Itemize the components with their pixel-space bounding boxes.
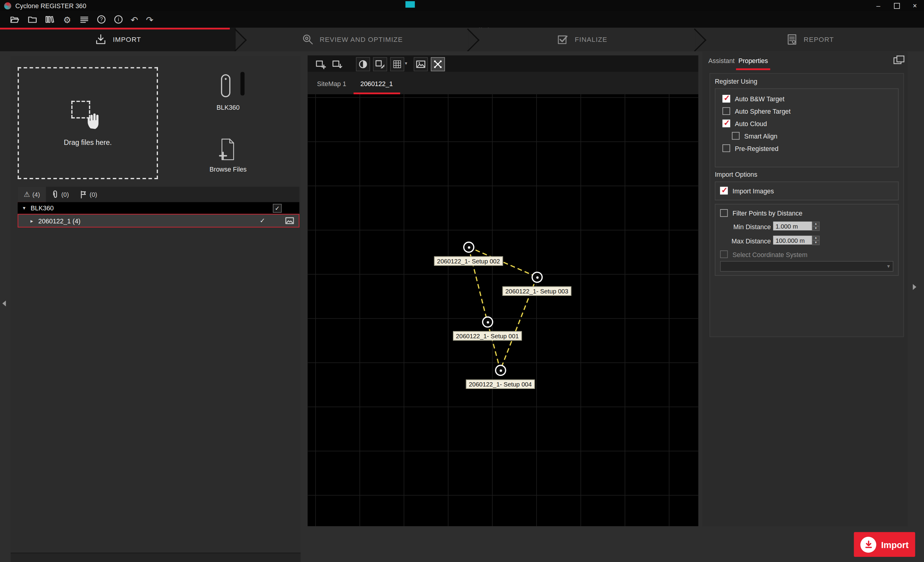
browse-files-label[interactable]: Browse Files: [199, 165, 257, 172]
max-distance-stepper[interactable]: ▴ ▾: [812, 236, 820, 245]
maximize-button[interactable]: [887, 0, 906, 11]
tree-child-check-icon[interactable]: ✓: [260, 217, 265, 224]
filter-points-checkbox[interactable]: [720, 209, 728, 217]
register-option-checkbox[interactable]: [722, 120, 730, 127]
add-sitemap-icon[interactable]: [314, 57, 328, 72]
import-button-label: Import: [881, 540, 909, 550]
register-option-row[interactable]: Auto B&W Target: [716, 93, 898, 105]
setup-point[interactable]: [482, 316, 493, 328]
min-distance-stepper[interactable]: ▴ ▾: [812, 222, 820, 231]
device-list-scrollbar[interactable]: [240, 72, 244, 96]
stage-finalize-label: FINALIZE: [575, 36, 607, 43]
right-panel-collapse-arrow[interactable]: [913, 284, 916, 290]
adjust-levels-icon[interactable]: [356, 57, 370, 72]
tree-root-checkbox[interactable]: ✓: [273, 204, 282, 213]
sitemap-canvas[interactable]: 2060122_1- Setup 0022060122_1- Setup 003…: [308, 94, 699, 526]
import-panel-footer: [10, 553, 300, 562]
import-images-checkbox[interactable]: [720, 187, 728, 194]
svg-text:i: i: [118, 16, 119, 22]
setup-point[interactable]: [531, 271, 543, 283]
import-sitemap-icon[interactable]: [330, 57, 344, 72]
library-icon[interactable]: [44, 14, 55, 25]
tab-2060122-1[interactable]: 2060122_1: [353, 75, 400, 94]
help-icon[interactable]: ?: [96, 14, 107, 25]
close-button[interactable]: ×: [906, 0, 924, 11]
setup-label[interactable]: 2060122_1- Setup 004: [466, 379, 535, 389]
import-images-box: Import Images: [715, 181, 898, 200]
flags-count: (0): [90, 191, 97, 198]
photo-icon[interactable]: [285, 217, 294, 224]
open-folder-icon[interactable]: [9, 14, 20, 25]
register-option-checkbox[interactable]: [722, 95, 730, 102]
register-option-checkbox[interactable]: [722, 144, 730, 152]
tab-flags[interactable]: (0): [74, 187, 102, 202]
window-controls: – ×: [869, 0, 924, 11]
image-icon[interactable]: [414, 57, 428, 72]
tab-attachments[interactable]: (0): [46, 187, 74, 202]
auto-link-icon[interactable]: [431, 57, 445, 72]
svg-text:?: ?: [100, 16, 103, 22]
stage-report[interactable]: REPORT: [695, 28, 924, 51]
stepper-down-icon[interactable]: ▾: [812, 240, 820, 245]
register-option-row[interactable]: Pre-Registered: [716, 142, 898, 154]
stage-import[interactable]: IMPORT: [0, 28, 236, 51]
setup-label[interactable]: 2060122_1- Setup 003: [502, 286, 571, 296]
tab-sitemap-1[interactable]: SiteMap 1: [310, 75, 353, 94]
filter-points-row[interactable]: Filter Points by Distance: [716, 207, 898, 219]
setup-point[interactable]: [463, 241, 474, 253]
tree-child-row-selected[interactable]: ▸ 2060122_1 (4) ✓: [18, 214, 299, 228]
browse-files-icon[interactable]: [218, 137, 238, 162]
setup-label[interactable]: 2060122_1- Setup 002: [434, 256, 503, 266]
redo-icon[interactable]: ↷: [144, 14, 155, 25]
import-images-label: Import Images: [732, 187, 774, 194]
max-distance-field[interactable]: 100.000 m: [773, 236, 812, 244]
coordinate-system-checkbox[interactable]: [720, 250, 728, 258]
properties-panel: Assistant Properties Register Using Auto…: [702, 52, 908, 526]
setup-point[interactable]: [495, 365, 506, 376]
folder-icon[interactable]: [27, 14, 38, 25]
blk360-device-icon[interactable]: [219, 73, 233, 99]
grid-icon[interactable]: [390, 57, 404, 72]
import-button[interactable]: Import: [854, 532, 915, 557]
stage-finalize[interactable]: FINALIZE: [468, 28, 695, 51]
tab-properties[interactable]: Properties: [736, 53, 770, 70]
register-using-title: Register Using: [715, 78, 757, 85]
undo-icon[interactable]: ↶: [129, 14, 140, 25]
import-images-row[interactable]: Import Images: [716, 184, 898, 197]
tree-expand-icon[interactable]: ▸: [29, 218, 34, 223]
finalize-check-icon: [556, 33, 570, 46]
info-icon[interactable]: i: [113, 14, 124, 25]
drag-files-dropzone[interactable]: Drag files here.: [18, 67, 158, 179]
tab-assistant[interactable]: Assistant: [706, 53, 737, 70]
panels-layout-icon[interactable]: [893, 55, 904, 64]
tree-root-row[interactable]: ▾ BLK360 ✓: [18, 202, 299, 214]
device-label: BLK360: [205, 104, 252, 111]
register-option-checkbox[interactable]: [732, 132, 740, 139]
tab-warnings[interactable]: ⚠ (4): [18, 187, 46, 203]
stepper-down-icon[interactable]: ▾: [812, 226, 820, 231]
settings-gear-icon[interactable]: ⚙: [62, 14, 72, 25]
sitemap-toolbar: ▾: [308, 55, 699, 72]
stepper-up-icon[interactable]: ▴: [812, 222, 820, 226]
app-logo-icon: [4, 2, 11, 9]
register-option-row[interactable]: Auto Sphere Target: [716, 105, 898, 117]
dropdown-arrow-icon: ▾: [887, 264, 890, 269]
setup-label[interactable]: 2060122_1- Setup 001: [453, 331, 522, 340]
coordinate-system-dropdown[interactable]: ▾: [720, 261, 893, 271]
workflow-ribbon: IMPORT REVIEW AND OPTIMIZE FINALIZE REPO…: [0, 28, 924, 51]
stepper-up-icon[interactable]: ▴: [812, 236, 820, 241]
register-option-label: Auto Cloud: [735, 120, 767, 127]
filter-points-box: Filter Points by Distance Min Distance 1…: [715, 204, 898, 276]
register-option-checkbox[interactable]: [722, 107, 730, 115]
minimize-button[interactable]: –: [869, 0, 887, 11]
left-panel-collapse-arrow[interactable]: [2, 300, 6, 306]
grid-dropdown-arrow[interactable]: ▾: [405, 61, 407, 66]
register-option-row[interactable]: Smart Align: [716, 130, 898, 142]
sitemap-scale-icon[interactable]: [373, 57, 387, 72]
list-icon[interactable]: [79, 14, 89, 25]
register-option-row[interactable]: Auto Cloud: [716, 117, 898, 130]
tree-collapse-icon[interactable]: ▾: [21, 205, 27, 211]
coordinate-system-row[interactable]: Select Coordinate System: [716, 248, 808, 261]
stage-review-and-optimize[interactable]: REVIEW AND OPTIMIZE: [236, 28, 469, 51]
min-distance-field[interactable]: 1.000 m: [773, 222, 812, 230]
